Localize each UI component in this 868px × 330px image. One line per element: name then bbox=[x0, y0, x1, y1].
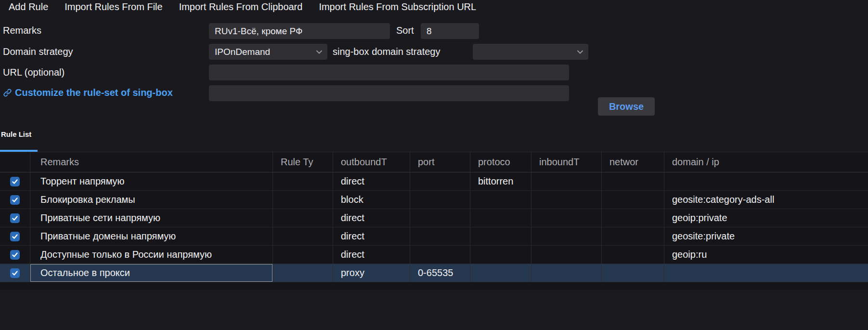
check-icon bbox=[12, 233, 18, 240]
cell-checkbox bbox=[0, 172, 30, 190]
cell-port[interactable] bbox=[410, 172, 470, 190]
cell-inbound-tag[interactable] bbox=[531, 172, 602, 190]
cell-outbound-tag[interactable]: direct bbox=[333, 172, 410, 190]
add-rule-button[interactable]: Add Rule bbox=[9, 1, 48, 13]
check-icon bbox=[12, 270, 18, 277]
table-row[interactable]: Доступные только в России напрямуюdirect… bbox=[0, 246, 868, 264]
cell-protocol[interactable]: bittorren bbox=[470, 172, 531, 190]
rule-enabled-checkbox[interactable] bbox=[10, 177, 20, 186]
cell-outbound-tag[interactable]: block bbox=[333, 191, 410, 209]
cell-outbound-tag[interactable]: direct bbox=[333, 246, 410, 264]
cell-network[interactable] bbox=[602, 246, 664, 264]
cell-protocol[interactable] bbox=[470, 264, 531, 282]
remarks-label: Remarks bbox=[3, 25, 41, 36]
column-header-network[interactable]: networ bbox=[602, 152, 664, 172]
rule-table-body: Торрент напрямуюdirectbittorrenБлокировк… bbox=[0, 172, 868, 282]
cell-domain-ip[interactable]: geoip:ru bbox=[664, 246, 868, 264]
tab-rule-list[interactable]: Rule List bbox=[1, 130, 31, 138]
cell-checkbox bbox=[0, 209, 30, 227]
rule-table-header: Remarks Rule Ty outboundT port protoco i… bbox=[0, 152, 868, 172]
table-row[interactable]: Приватные сети напрямуюdirectgeoip:priva… bbox=[0, 209, 868, 227]
cell-remarks[interactable]: Приватные сети напрямую bbox=[30, 209, 273, 227]
cell-network[interactable] bbox=[602, 191, 664, 209]
domain-strategy-label: Domain strategy bbox=[3, 46, 73, 57]
chevron-down-icon bbox=[316, 49, 323, 55]
cell-outbound-tag[interactable]: direct bbox=[333, 227, 410, 245]
column-header-inbound-tag[interactable]: inboundT bbox=[531, 152, 602, 172]
column-header-outbound-tag[interactable]: outboundT bbox=[333, 152, 410, 172]
sort-input[interactable] bbox=[421, 23, 479, 39]
cell-remarks[interactable]: Торрент напрямую bbox=[30, 172, 273, 190]
cell-domain-ip[interactable] bbox=[664, 264, 868, 282]
table-row[interactable]: Блокировка рекламыblockgeosite:category-… bbox=[0, 191, 868, 209]
import-rules-subscription-button[interactable]: Import Rules From Subscription URL bbox=[319, 1, 476, 13]
cell-domain-ip[interactable] bbox=[664, 172, 868, 190]
cell-port[interactable] bbox=[410, 209, 470, 227]
import-rules-file-button[interactable]: Import Rules From File bbox=[65, 1, 162, 13]
domain-strategy-select[interactable]: IPOnDemand bbox=[209, 44, 327, 60]
cell-rule-type[interactable] bbox=[273, 264, 333, 282]
cell-checkbox bbox=[0, 191, 30, 209]
rule-enabled-checkbox[interactable] bbox=[10, 232, 20, 241]
cell-domain-ip[interactable]: geosite:category-ads-all bbox=[664, 191, 868, 209]
cell-remarks[interactable]: Доступные только в России напрямую bbox=[30, 246, 273, 264]
rule-enabled-checkbox[interactable] bbox=[10, 195, 20, 205]
toolbar: Add Rule Import Rules From File Import R… bbox=[9, 1, 476, 13]
table-row[interactable]: Остальное в проксиproxy0-65535 bbox=[0, 264, 868, 282]
cell-inbound-tag[interactable] bbox=[531, 264, 602, 282]
cell-outbound-tag[interactable]: proxy bbox=[333, 264, 410, 282]
cell-domain-ip[interactable]: geosite:private bbox=[664, 227, 868, 245]
cell-inbound-tag[interactable] bbox=[531, 209, 602, 227]
cell-port[interactable]: 0-65535 bbox=[410, 264, 470, 282]
check-icon bbox=[12, 251, 18, 258]
column-header-protocol[interactable]: protoco bbox=[470, 152, 531, 172]
rule-enabled-checkbox[interactable] bbox=[10, 268, 20, 278]
url-input[interactable] bbox=[209, 65, 569, 80]
check-icon bbox=[12, 197, 18, 203]
check-icon bbox=[12, 215, 18, 222]
table-row[interactable]: Приватные домены напрямуюdirectgeosite:p… bbox=[0, 227, 868, 246]
cell-protocol[interactable] bbox=[470, 191, 531, 209]
cell-rule-type[interactable] bbox=[273, 227, 333, 245]
cell-domain-ip[interactable]: geoip:private bbox=[664, 209, 868, 227]
remarks-input[interactable] bbox=[209, 23, 390, 39]
cell-port[interactable] bbox=[410, 191, 470, 209]
cell-port[interactable] bbox=[410, 246, 470, 264]
browse-button[interactable]: Browse bbox=[598, 97, 655, 116]
cell-protocol[interactable] bbox=[470, 227, 531, 245]
cell-network[interactable] bbox=[602, 264, 664, 282]
cell-inbound-tag[interactable] bbox=[531, 191, 602, 209]
cell-protocol[interactable] bbox=[470, 209, 531, 227]
cell-inbound-tag[interactable] bbox=[531, 246, 602, 264]
cell-rule-type[interactable] bbox=[273, 172, 333, 190]
column-header-remarks[interactable]: Remarks bbox=[30, 152, 273, 172]
cell-network[interactable] bbox=[602, 209, 664, 227]
customize-ruleset-link-label: Customize the rule-set of sing-box bbox=[15, 87, 173, 98]
import-rules-clipboard-button[interactable]: Import Rules From Clipboard bbox=[179, 1, 303, 13]
table-row[interactable]: Торрент напрямуюdirectbittorren bbox=[0, 172, 868, 191]
cell-rule-type[interactable] bbox=[273, 209, 333, 227]
cell-remarks[interactable]: Приватные домены напрямую bbox=[30, 227, 273, 245]
url-label: URL (optional) bbox=[3, 67, 65, 78]
column-header-port[interactable]: port bbox=[410, 152, 470, 172]
singbox-strategy-label: sing-box domain strategy bbox=[333, 46, 440, 57]
customize-ruleset-link[interactable]: Customize the rule-set of sing-box bbox=[3, 87, 173, 98]
column-header-rule-type[interactable]: Rule Ty bbox=[273, 152, 333, 172]
cell-protocol[interactable] bbox=[470, 246, 531, 264]
singbox-strategy-select[interactable] bbox=[473, 44, 588, 60]
cell-network[interactable] bbox=[602, 172, 664, 190]
rule-enabled-checkbox[interactable] bbox=[10, 213, 20, 223]
column-header-domain-ip[interactable]: domain / ip bbox=[664, 152, 868, 172]
cell-outbound-tag[interactable]: direct bbox=[333, 209, 410, 227]
cell-rule-type[interactable] bbox=[273, 246, 333, 264]
cell-checkbox bbox=[0, 264, 30, 282]
cell-remarks[interactable]: Блокировка рекламы bbox=[30, 191, 273, 209]
ruleset-path-input[interactable] bbox=[209, 85, 569, 101]
column-header-checkbox[interactable] bbox=[0, 152, 30, 172]
cell-remarks[interactable]: Остальное в прокси bbox=[30, 264, 273, 282]
cell-port[interactable] bbox=[410, 227, 470, 245]
rule-enabled-checkbox[interactable] bbox=[10, 250, 20, 260]
cell-inbound-tag[interactable] bbox=[531, 227, 602, 245]
cell-network[interactable] bbox=[602, 227, 664, 245]
cell-rule-type[interactable] bbox=[273, 191, 333, 209]
